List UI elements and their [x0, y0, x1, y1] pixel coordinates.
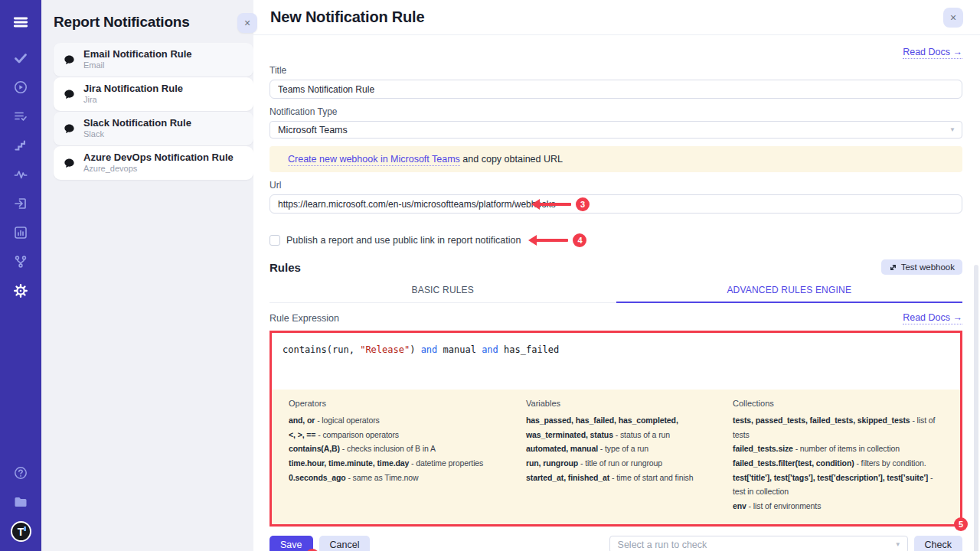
- test-webhook-label: Test webhook: [901, 262, 955, 272]
- activity-icon[interactable]: [11, 165, 30, 184]
- help-term: <, >, ==: [289, 430, 315, 439]
- scrollbar-thumb[interactable]: [974, 265, 978, 551]
- help-term: and, or: [289, 416, 315, 425]
- help-term: test['title'], test['tags'], test['descr…: [733, 473, 928, 482]
- annotation-step-3: 3: [530, 197, 590, 211]
- speech-bubble-icon: [63, 122, 76, 135]
- code-segment: and: [421, 344, 438, 355]
- notification-rules-list: Email Notification Rule Email Jira Notif…: [54, 43, 253, 180]
- folder-icon[interactable]: [11, 493, 30, 511]
- help-desc: - time of start and finish: [609, 473, 693, 482]
- annotation-step-4: 4: [527, 233, 586, 247]
- help-term: started_at, finished_at: [526, 473, 609, 482]
- step-badge: 3: [576, 197, 590, 211]
- help-column-header: Collections: [733, 399, 946, 408]
- help-desc: - title of run or rungroup: [578, 458, 662, 468]
- close-icon[interactable]: ×: [237, 13, 257, 33]
- help-item: 0.seconds_ago - same as Time.now: [289, 471, 512, 485]
- page-title: New Notification Rule: [270, 8, 424, 26]
- list-check-icon[interactable]: [11, 107, 30, 126]
- menu-icon[interactable]: [11, 13, 30, 31]
- test-webhook-button[interactable]: Test webhook: [881, 259, 962, 275]
- rule-expression-editor[interactable]: contains(run, "Release") and manual and …: [272, 333, 960, 390]
- code-segment: contains(run,: [283, 344, 360, 355]
- title-input[interactable]: [270, 80, 962, 99]
- rule-expression-label: Rule Expression: [270, 313, 339, 324]
- tab-label: ADVANCED RULES ENGINE: [727, 285, 851, 295]
- rule-expression-annotated-box: contains(run, "Release") and manual and …: [270, 331, 962, 527]
- rule-title: Slack Notification Rule: [83, 117, 191, 129]
- help-item: failed_tests.filter(test, condition) - f…: [733, 456, 946, 471]
- run-select-placeholder: Select a run to check: [618, 540, 707, 550]
- help-item: <, >, == - comparison operators: [289, 428, 512, 442]
- rule-title: Azure DevOps Notification Rule: [83, 152, 234, 164]
- help-desc: - status of a run: [613, 430, 670, 439]
- code-segment: manual: [437, 344, 482, 355]
- list-item-slack[interactable]: Slack Notification Rule Slack: [54, 112, 253, 145]
- url-field-wrap: 3: [270, 194, 962, 214]
- help-term: env: [733, 501, 746, 510]
- help-item: has_passed, has_failed, has_completed, w…: [526, 413, 719, 442]
- read-docs-link[interactable]: Read Docs →: [903, 47, 962, 59]
- rule-expression-row: Rule Expression Read Docs →: [270, 312, 962, 324]
- expression-help-panel: Operators and, or - logical operators <,…: [272, 390, 960, 524]
- code-segment: ): [410, 344, 420, 355]
- help-term: failed_tests.filter(test, condition): [733, 458, 854, 468]
- webhook-test-icon: [889, 263, 897, 272]
- help-desc: - same as Time.now: [346, 473, 419, 482]
- settings-gear-icon[interactable]: [11, 282, 30, 300]
- tab-advanced-rules-engine[interactable]: ADVANCED RULES ENGINE: [616, 279, 963, 302]
- url-input[interactable]: [270, 194, 962, 214]
- icon-sidebar: T: [0, 0, 41, 551]
- cancel-button[interactable]: Cancel: [319, 536, 371, 551]
- steps-icon[interactable]: [11, 136, 30, 155]
- app-logo-accent: [24, 527, 26, 531]
- help-desc: - type of a run: [598, 444, 648, 453]
- app-root: T × Report Notifications Email Notificat…: [0, 0, 980, 551]
- help-item: run, rungroup - title of run or rungroup: [526, 456, 719, 471]
- list-item-azure-devops[interactable]: Azure DevOps Notification Rule Azure_dev…: [54, 146, 253, 180]
- create-webhook-link[interactable]: Create new webhook in Microsoft Teams: [288, 154, 460, 166]
- help-item: failed_tests.size - number of items in c…: [733, 442, 946, 456]
- branch-icon[interactable]: [11, 253, 30, 271]
- help-desc: - list of environments: [746, 501, 822, 510]
- code-segment: "Release": [360, 344, 410, 355]
- chevron-down-icon: ▼: [895, 541, 901, 548]
- help-item: tests, passed_tests, failed_tests, skipp…: [733, 413, 946, 442]
- check-button[interactable]: Check: [914, 536, 962, 551]
- read-docs-link[interactable]: Read Docs →: [903, 312, 962, 324]
- publish-label: Publish a report and use public link in …: [286, 235, 521, 246]
- help-item: test['title'], test['tags'], test['descr…: [733, 471, 946, 499]
- help-desc: - logical operators: [315, 416, 379, 425]
- publish-checkbox[interactable]: [270, 235, 280, 246]
- publish-row: Publish a report and use public link in …: [270, 233, 962, 247]
- sign-in-icon[interactable]: [11, 194, 30, 213]
- webhook-info-box: Create new webhook in Microsoft Teams an…: [270, 146, 962, 172]
- close-icon[interactable]: ×: [943, 8, 963, 28]
- check-icon[interactable]: [11, 49, 30, 67]
- run-select[interactable]: Select a run to check ▼: [609, 536, 908, 551]
- help-desc: - number of items in collection: [793, 444, 900, 453]
- scrollbar-track: [974, 35, 978, 551]
- bar-chart-icon[interactable]: [11, 223, 30, 242]
- help-item: and, or - logical operators: [289, 413, 512, 428]
- list-item-email[interactable]: Email Notification Rule Email: [54, 43, 253, 77]
- tab-basic-rules[interactable]: BASIC RULES: [270, 279, 616, 302]
- rules-heading: Rules: [270, 261, 301, 274]
- app-logo[interactable]: T: [11, 521, 31, 542]
- help-column-collections: Collections tests, passed_tests, failed_…: [733, 399, 946, 514]
- help-column-header: Operators: [289, 399, 512, 408]
- help-term: time.hour, time.minute, time.day: [289, 458, 409, 468]
- help-term: failed_tests.size: [733, 444, 793, 453]
- help-term: automated, manual: [526, 444, 598, 453]
- rule-title: Email Notification Rule: [83, 48, 192, 60]
- form-content: Read Docs → Title Notification Type Micr…: [253, 35, 980, 551]
- rule-subtitle: Email: [83, 60, 192, 71]
- play-circle-icon[interactable]: [11, 78, 30, 96]
- notification-type-select[interactable]: Microsoft Teams ▼: [270, 121, 962, 139]
- help-icon[interactable]: [11, 464, 30, 482]
- save-label: Save: [280, 540, 302, 550]
- form-footer: Save 6 Cancel Select a run to check ▼ Ch…: [270, 536, 962, 551]
- list-item-jira[interactable]: Jira Notification Rule Jira: [54, 77, 253, 111]
- save-button[interactable]: Save 6: [270, 536, 313, 551]
